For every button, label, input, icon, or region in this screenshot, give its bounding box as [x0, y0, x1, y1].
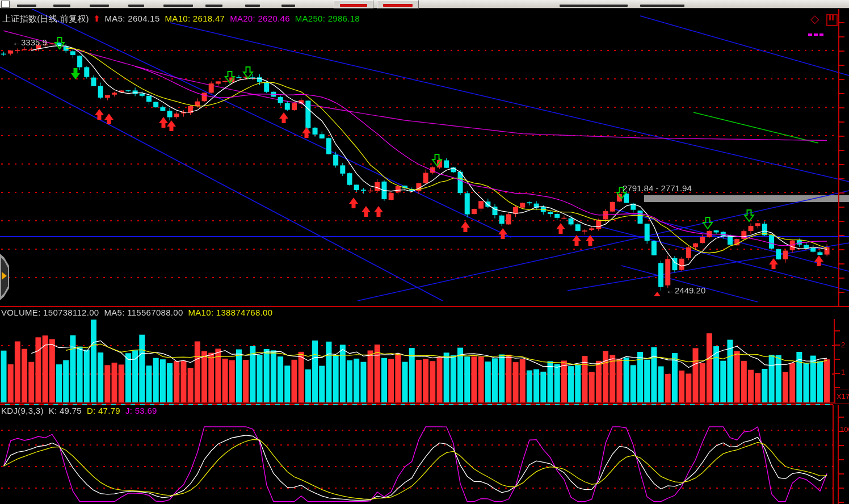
gap-range-annotation: 2791.84 - 2771.94 [623, 183, 692, 193]
diamond-tool-icon[interactable]: ◇ [810, 12, 819, 25]
high-price-annotation: ←3335.9 [12, 37, 47, 47]
volume-kdj-divider [0, 402, 849, 404]
kdj-j-value: 53.69 [135, 406, 157, 415]
kdj-d-label: D: [87, 406, 96, 415]
kdj-axis-label-100: 100 [840, 425, 849, 434]
volume-ma5-value: 115567088.00 [127, 308, 183, 317]
up-arrow-icon: ⬆ [91, 14, 102, 23]
ma250-value: 2986.18 [328, 14, 360, 23]
low-price-annotation: ←2449.20 [666, 285, 705, 295]
kdj-d-value: 47.79 [98, 406, 120, 415]
menubar-red-button-2[interactable] [377, 0, 419, 9]
menu-item-stub[interactable] [128, 5, 144, 7]
price-panel-header: 上证指数(日线.前复权) ⬆ MA5: 2604.15 MA10: 2618.4… [2, 14, 360, 24]
menu-item-stub[interactable] [53, 5, 70, 7]
chart-toolbar-icons: ◇ [806, 12, 849, 33]
app-icon[interactable] [1, 1, 10, 8]
volume-ma5-label: MA5: [104, 308, 124, 317]
kdj-k-label: K: [49, 406, 57, 415]
menu-item-stub[interactable] [245, 5, 260, 7]
volume-panel-header: VOLUME: 150738112.00 MA5: 115567088.00 M… [1, 308, 272, 317]
volume-ma10-value: 138874768.00 [216, 308, 273, 317]
kdj-j-label: J: [125, 406, 132, 415]
sidebar-expand-arrow-icon [2, 272, 7, 280]
volume-label: VOLUME: [1, 308, 41, 317]
ma250-label: MA250: [295, 14, 326, 23]
menu-item-stub[interactable] [560, 5, 628, 7]
window-split-icon[interactable] [826, 14, 838, 26]
volume-axis-label-1: 1 [841, 368, 849, 376]
ma10-value: 2618.47 [193, 14, 225, 23]
more-dots-icon[interactable] [808, 28, 825, 38]
kdj-k-value: 49.75 [60, 406, 82, 415]
trading-app-window: 上证指数(日线.前复权) ⬆ MA5: 2604.15 MA10: 2618.4… [0, 0, 849, 504]
chart-canvas [0, 0, 849, 504]
menu-item-stub[interactable] [90, 5, 109, 7]
menu-item-stub[interactable] [205, 5, 222, 7]
menu-item-stub[interactable] [281, 5, 295, 7]
menubar-red-button-1[interactable] [334, 0, 373, 9]
menu-item-stub[interactable] [640, 5, 684, 7]
kdj-dashed-divider [0, 404, 833, 405]
kdj-panel-header: KDJ(9,3,3) K: 49.75 D: 47.79 J: 53.69 [1, 406, 157, 415]
kdj-name: KDJ(9,3,3) [1, 406, 44, 415]
menubar [0, 0, 849, 9]
volume-scale-badge: X17 [835, 389, 849, 404]
volume-value: 150738112.00 [43, 308, 99, 317]
ma20-label: MA20: [230, 14, 255, 23]
ma5-value: 2604.15 [128, 14, 159, 23]
ma20-value: 2620.46 [258, 14, 289, 23]
menu-item-stub[interactable] [17, 5, 36, 7]
volume-axis-label-2: 2 [841, 341, 849, 349]
page-title: 上证指数(日线.前复权) [2, 14, 89, 23]
ma10-label: MA10: [165, 14, 191, 23]
ma5-label: MA5: [105, 14, 125, 23]
price-volume-divider [0, 306, 849, 307]
menu-item-stub[interactable] [163, 5, 193, 7]
volume-ma10-label: MA10: [188, 308, 214, 317]
